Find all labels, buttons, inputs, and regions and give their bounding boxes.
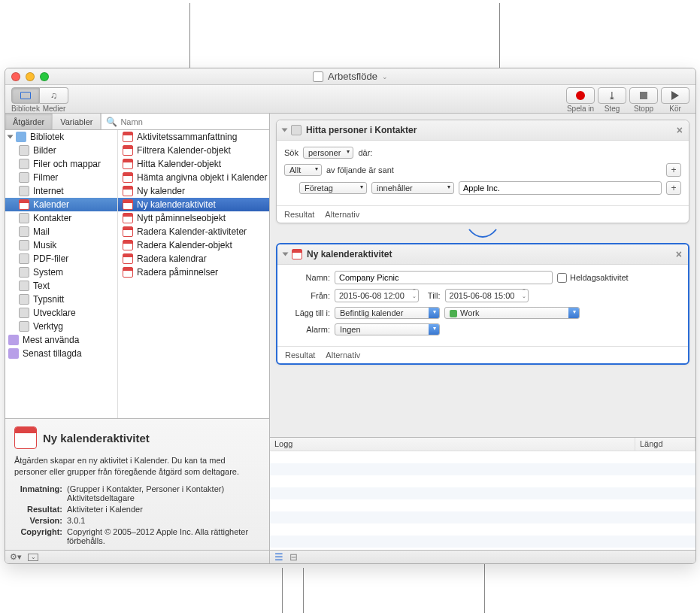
scope-popup[interactable]: personer — [303, 147, 353, 159]
record-label: Spela in — [567, 105, 594, 113]
category-item[interactable]: Typsnitt — [5, 293, 117, 306]
close-icon[interactable]: × — [677, 124, 683, 136]
smart-folder-item[interactable]: Mest använda — [5, 333, 117, 347]
workflow-area[interactable]: Hitta personer i Kontakter × Sök persone… — [270, 114, 695, 437]
alarm-popup[interactable]: Ingen — [335, 323, 440, 335]
tab-variables[interactable]: Variabler — [53, 114, 101, 129]
add-condition-button[interactable]: + — [666, 181, 681, 195]
action-item[interactable]: Radera Kalender-aktiviteter — [118, 225, 269, 238]
action-item[interactable]: Ny kalender — [118, 184, 269, 198]
category-list[interactable]: Bibliotek BilderFiler och mapparFilmerIn… — [5, 130, 118, 418]
log-area: Logg Längd — [270, 437, 695, 550]
action-item[interactable]: Aktivitetssammanfattning — [118, 130, 269, 144]
action-title: Hitta personer i Kontakter — [306, 125, 417, 135]
minimize-icon[interactable] — [26, 72, 35, 81]
calendar-icon — [123, 145, 133, 156]
to-datetime[interactable]: 2015-06-08 15:00 — [445, 289, 529, 302]
category-item[interactable]: Kontakter — [5, 211, 117, 225]
search-field[interactable]: 🔍 — [101, 114, 269, 129]
event-name-input[interactable] — [335, 271, 553, 284]
library-label: Bibliotek — [11, 105, 40, 113]
gear-icon[interactable]: ⚙︎▾ — [10, 552, 22, 562]
category-item[interactable]: Verktyg — [5, 320, 117, 333]
category-icon — [19, 294, 29, 305]
category-item[interactable]: Text — [5, 279, 117, 293]
action-item[interactable]: Nytt påminnelseobjekt — [118, 211, 269, 225]
action-item[interactable]: Radera påminnelser — [118, 266, 269, 279]
media-button[interactable]: ♫ — [40, 87, 68, 104]
log-column-header[interactable]: Logg — [270, 438, 635, 451]
category-item[interactable]: Kalender — [5, 198, 117, 211]
library-root[interactable]: Bibliotek — [5, 130, 117, 144]
info-pane: Ny kalenderaktivitet Åtgärden skapar en … — [5, 418, 269, 550]
action-item[interactable]: Hitta Kalender-objekt — [118, 157, 269, 171]
callout-line — [282, 568, 283, 613]
field-popup[interactable]: Företag — [299, 182, 367, 194]
options-tab[interactable]: Alternativ — [326, 350, 360, 360]
callout-line — [303, 568, 304, 613]
calendar-icon — [123, 199, 133, 210]
options-tab[interactable]: Alternativ — [325, 210, 359, 219]
stop-button[interactable] — [629, 87, 658, 104]
calendar-popup[interactable]: Work — [444, 307, 580, 319]
category-item[interactable]: Bilder — [5, 144, 117, 157]
value-input[interactable] — [459, 181, 662, 195]
library-button[interactable] — [11, 87, 40, 104]
search-input[interactable] — [120, 117, 265, 126]
info-description: Åtgärden skapar en ny aktivitet i Kalend… — [14, 455, 260, 478]
result-tab[interactable]: Resultat — [285, 350, 315, 360]
library-icon — [20, 92, 31, 99]
action-item[interactable]: Radera Kalender-objekt — [118, 238, 269, 252]
action-new-calendar-event[interactable]: Ny kalenderaktivitet × Namn: Heldagsakti… — [276, 243, 689, 365]
chevron-down-icon[interactable]: ⌄ — [382, 73, 388, 80]
close-icon[interactable] — [11, 72, 20, 81]
allday-checkbox[interactable]: Heldagsaktivitet — [557, 273, 629, 283]
category-icon — [19, 281, 29, 291]
operator-popup[interactable]: innehåller — [371, 182, 454, 194]
contacts-icon — [291, 125, 302, 135]
calendar-icon — [123, 159, 133, 169]
calendar-icon — [123, 132, 133, 142]
disclosure-icon[interactable] — [8, 135, 14, 139]
addto-popup[interactable]: Befintlig kalender — [335, 307, 440, 319]
disclosure-icon[interactable] — [282, 129, 288, 132]
from-datetime[interactable]: 2015-06-08 12:00 — [335, 289, 419, 302]
action-find-contacts[interactable]: Hitta personer i Kontakter × Sök persone… — [276, 120, 689, 223]
action-list[interactable]: AktivitetssammanfattningFiltrera Kalende… — [118, 130, 269, 418]
collapse-icon[interactable]: ⌄ — [28, 554, 38, 561]
library-icon — [16, 132, 26, 142]
category-item[interactable]: Musik — [5, 238, 117, 252]
tab-actions[interactable]: Åtgärder — [5, 114, 53, 129]
add-rule-button[interactable]: + — [666, 163, 681, 177]
action-item[interactable]: Ny kalenderaktivitet — [118, 198, 269, 211]
record-button[interactable] — [566, 87, 595, 104]
category-item[interactable]: System — [5, 266, 117, 279]
category-item[interactable]: Internet — [5, 184, 117, 198]
category-item[interactable]: Utvecklare — [5, 306, 117, 320]
action-item[interactable]: Radera kalendrar — [118, 252, 269, 266]
category-item[interactable]: Filer och mappar — [5, 157, 117, 171]
left-footer: ⚙︎▾ ⌄ — [5, 550, 269, 563]
all-popup[interactable]: Allt — [284, 164, 322, 176]
step-button[interactable]: ⤓ — [598, 87, 626, 104]
category-icon — [19, 159, 29, 169]
close-icon[interactable]: × — [676, 248, 682, 260]
log-view-icon[interactable]: ⊟ — [289, 551, 298, 563]
action-item[interactable]: Hämta angivna objekt i Kalender — [118, 171, 269, 184]
stop-icon — [640, 92, 647, 99]
category-item[interactable]: Filmer — [5, 171, 117, 184]
category-icon — [19, 253, 29, 264]
result-tab[interactable]: Resultat — [284, 210, 314, 219]
length-column-header[interactable]: Längd — [635, 438, 695, 451]
workflow-view-icon[interactable]: ☰ — [274, 551, 283, 563]
category-icon — [19, 267, 29, 278]
run-button[interactable] — [661, 87, 689, 104]
category-item[interactable]: PDF-filer — [5, 252, 117, 266]
smart-folder-item[interactable]: Senast tillagda — [5, 347, 117, 360]
titlebar[interactable]: Arbetsflöde ⌄ — [5, 68, 695, 85]
action-item[interactable]: Filtrera Kalender-objekt — [118, 144, 269, 157]
info-title: Ny kalenderaktivitet — [43, 432, 150, 445]
disclosure-icon[interactable] — [283, 253, 289, 256]
zoom-icon[interactable] — [40, 72, 49, 81]
category-item[interactable]: Mail — [5, 225, 117, 238]
